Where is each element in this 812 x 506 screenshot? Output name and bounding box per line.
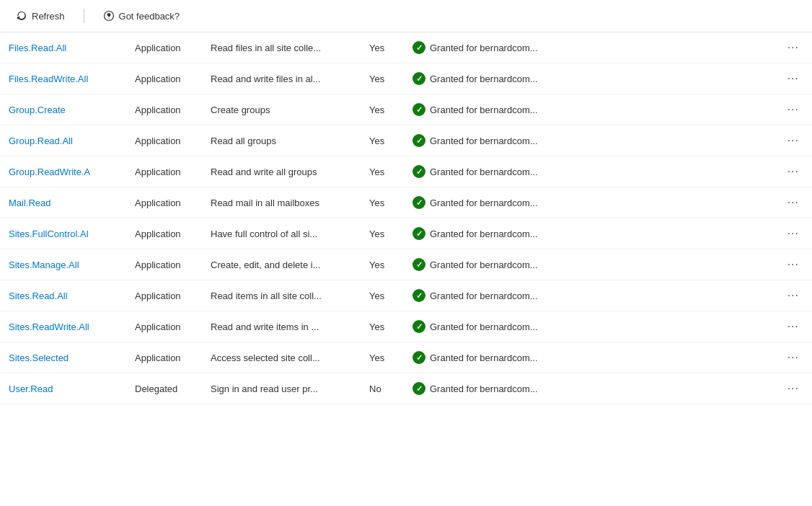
granted-check-icon [412, 382, 425, 395]
table-row: Group.Read.All Application Read all grou… [0, 125, 812, 156]
type-cell: Application [126, 342, 202, 373]
admin-consent-cell: Yes [361, 32, 404, 63]
toolbar: Refresh Got feedback? [0, 0, 812, 32]
more-actions-button[interactable]: ··· [783, 319, 803, 334]
permission-link[interactable]: Sites.Read.All [9, 290, 68, 301]
description-cell: Read files in all site colle... [202, 32, 361, 63]
status-cell: Granted for bernardcom... [404, 156, 775, 187]
more-actions-button[interactable]: ··· [783, 350, 803, 365]
more-actions-button[interactable]: ··· [783, 40, 803, 56]
description-cell: Read and write items in ... [202, 311, 361, 342]
more-actions-button[interactable]: ··· [783, 164, 803, 179]
permission-name-cell: Files.Read.All [0, 32, 126, 63]
permission-name-cell: Group.Read.All [0, 125, 126, 156]
status-cell: Granted for bernardcom... [404, 125, 775, 156]
more-actions-button[interactable]: ··· [783, 102, 803, 117]
status-text: Granted for bernardcom... [430, 259, 538, 270]
permission-link[interactable]: Mail.Read [9, 197, 51, 208]
type-cell: Application [126, 280, 202, 311]
status-text: Granted for bernardcom... [430, 290, 538, 301]
table-row: Group.ReadWrite.A Application Read and w… [0, 156, 812, 187]
granted-check-icon [412, 41, 425, 54]
actions-cell: ··· [775, 156, 812, 187]
permission-name-cell: Group.ReadWrite.A [0, 156, 126, 187]
permission-link[interactable]: Group.Create [9, 105, 66, 115]
permissions-table: Files.Read.All Application Read files in… [0, 32, 812, 404]
permission-name-cell: Sites.Read.All [0, 280, 126, 311]
status-cell: Granted for bernardcom... [404, 63, 775, 94]
admin-consent-cell: Yes [361, 187, 404, 218]
permission-link[interactable]: Sites.Manage.All [9, 259, 79, 270]
status-cell: Granted for bernardcom... [404, 249, 775, 280]
granted-check-icon [412, 103, 425, 116]
type-cell: Application [126, 187, 202, 218]
permission-link[interactable]: Sites.FullControl.Al [9, 228, 89, 239]
feedback-label: Got feedback? [119, 11, 180, 22]
permission-link[interactable]: User.Read [9, 383, 53, 394]
permission-name-cell: Group.Create [0, 94, 126, 125]
actions-cell: ··· [775, 218, 812, 249]
type-cell: Application [126, 63, 202, 94]
type-cell: Application [126, 311, 202, 342]
svg-rect-1 [108, 18, 109, 19]
admin-consent-cell: Yes [361, 156, 404, 187]
table-row: Sites.Read.All Application Read items in… [0, 280, 812, 311]
status-text: Granted for bernardcom... [430, 321, 538, 332]
status-text: Granted for bernardcom... [430, 228, 538, 239]
status-text: Granted for bernardcom... [430, 74, 538, 84]
table-row: Sites.Selected Application Access select… [0, 342, 812, 373]
granted-check-icon [412, 289, 425, 302]
status-cell: Granted for bernardcom... [404, 373, 775, 404]
more-actions-button[interactable]: ··· [783, 133, 803, 148]
actions-cell: ··· [775, 187, 812, 218]
refresh-button[interactable]: Refresh [12, 7, 69, 25]
granted-check-icon [412, 351, 425, 364]
permissions-table-container: Files.Read.All Application Read files in… [0, 32, 812, 404]
permission-name-cell: Mail.Read [0, 187, 126, 218]
feedback-icon [103, 10, 115, 22]
description-cell: Create groups [202, 94, 361, 125]
status-text: Granted for bernardcom... [430, 136, 538, 146]
admin-consent-cell: Yes [361, 311, 404, 342]
more-actions-button[interactable]: ··· [783, 195, 803, 210]
admin-consent-cell: Yes [361, 280, 404, 311]
admin-consent-cell: Yes [361, 249, 404, 280]
table-row: Files.Read.All Application Read files in… [0, 32, 812, 63]
description-cell: Have full control of all si... [202, 218, 361, 249]
granted-check-icon [412, 72, 425, 85]
type-cell: Delegated [126, 373, 202, 404]
admin-consent-cell: Yes [361, 94, 404, 125]
permission-name-cell: Sites.Selected [0, 342, 126, 373]
status-cell: Granted for bernardcom... [404, 342, 775, 373]
granted-check-icon [412, 196, 425, 209]
more-actions-button[interactable]: ··· [783, 288, 803, 303]
status-cell: Granted for bernardcom... [404, 32, 775, 63]
permission-link[interactable]: Sites.Selected [9, 352, 69, 363]
admin-consent-cell: Yes [361, 342, 404, 373]
type-cell: Application [126, 249, 202, 280]
more-actions-button[interactable]: ··· [783, 71, 803, 86]
granted-check-icon [412, 134, 425, 147]
actions-cell: ··· [775, 125, 812, 156]
description-cell: Read mail in all mailboxes [202, 187, 361, 218]
permission-link[interactable]: Group.Read.All [9, 136, 73, 146]
feedback-button[interactable]: Got feedback? [99, 7, 185, 25]
permission-link[interactable]: Files.Read.All [9, 43, 66, 53]
actions-cell: ··· [775, 249, 812, 280]
permission-link[interactable]: Sites.ReadWrite.All [9, 321, 89, 332]
description-cell: Read all groups [202, 125, 361, 156]
actions-cell: ··· [775, 342, 812, 373]
table-row: Sites.FullControl.Al Application Have fu… [0, 218, 812, 249]
more-actions-button[interactable]: ··· [783, 381, 803, 396]
permission-link[interactable]: Group.ReadWrite.A [9, 167, 90, 177]
more-actions-button[interactable]: ··· [783, 257, 803, 272]
permission-name-cell: Files.ReadWrite.All [0, 63, 126, 94]
permission-link[interactable]: Files.ReadWrite.All [9, 74, 88, 84]
table-row: User.Read Delegated Sign in and read use… [0, 373, 812, 404]
table-row: Mail.Read Application Read mail in all m… [0, 187, 812, 218]
granted-check-icon [412, 320, 425, 333]
status-text: Granted for bernardcom... [430, 352, 538, 363]
status-cell: Granted for bernardcom... [404, 311, 775, 342]
admin-consent-cell: No [361, 373, 404, 404]
more-actions-button[interactable]: ··· [783, 226, 803, 241]
